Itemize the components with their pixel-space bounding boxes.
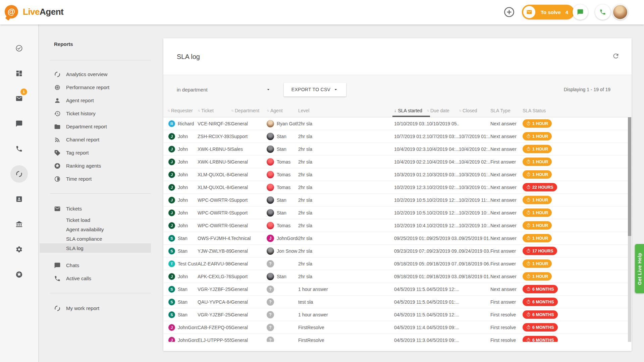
table-row[interactable]: JJohnXWK-LRBNU-588GeneralTomas2hr sla10/… — [163, 156, 632, 168]
contacts-icon — [15, 195, 23, 203]
nav-item-tag-report[interactable]: Tag report — [40, 146, 151, 159]
timer-icon — [526, 147, 531, 151]
requester-cell: JJohnGordo — [167, 324, 198, 331]
requester-name: Stan — [178, 248, 187, 254]
column-header-department[interactable]: ↑↓Department — [231, 104, 267, 117]
nav-item-ticket-history[interactable]: Ticket history — [40, 107, 151, 120]
rail-item-company[interactable] — [10, 216, 28, 233]
chats-button[interactable] — [573, 4, 588, 20]
nav-item-tickets[interactable]: Tickets — [40, 202, 151, 215]
table-row[interactable]: SStanYJW-ZWLYB-895GeneralJon Snow2hr sla… — [163, 245, 632, 257]
table-row[interactable]: JJohnGordoELJ-UTPPP-555General?FirstReso… — [163, 334, 632, 342]
calls-button[interactable] — [595, 4, 610, 20]
table-row[interactable]: JJohnWPC-OWRTR-9...SupportStan2hr sla10/… — [163, 206, 632, 219]
sla-started: 04/5/2019 11:4... — [394, 325, 427, 330]
sla-status-cell: 1 HOUR — [523, 145, 632, 153]
table-row[interactable]: JJohnAPK-CEXLG-764SupportStan2hr sla09/1… — [163, 270, 632, 283]
nav-item-active-calls[interactable]: Active calls — [40, 272, 151, 285]
column-header-sla_started[interactable]: ↓SLA started — [394, 104, 427, 117]
nav-item-ticket-load[interactable]: Ticket load — [40, 215, 151, 225]
nav-item-my-work-report[interactable]: My work report — [40, 302, 151, 315]
column-header-ticket[interactable]: ↑↓Ticket — [198, 104, 231, 117]
nav-item-time-report[interactable]: Time report — [40, 172, 151, 185]
sla-type: Next answer — [490, 197, 523, 203]
to-solve-button[interactable]: To solve 4 — [522, 5, 574, 19]
get-live-help-tab[interactable]: Get Live Help — [635, 244, 644, 293]
due-date: 10/3/2019 03:... — [427, 172, 459, 177]
timer-icon — [526, 223, 531, 228]
nav-item-sla-log[interactable]: SLA log — [40, 243, 151, 253]
sla-status-cell: 6 MONTHS — [523, 285, 632, 293]
agent-name: Ryan Goth — [277, 121, 298, 126]
rail-item-dashboard[interactable] — [10, 65, 28, 82]
table-row[interactable]: RRichardVCE-NIRQF-263GeneralRyan Goth2hr… — [163, 117, 632, 130]
table-row[interactable]: JJohnGordoCAB-FZEPQ-056General?FirstReso… — [163, 321, 632, 334]
requester-avatar: J — [168, 133, 175, 140]
rail-item-customers[interactable] — [10, 190, 28, 208]
nav-item-label: Time report — [66, 176, 92, 182]
agent-cell: Tomas — [267, 184, 298, 191]
table-row[interactable]: JJohnXLM-QUXOL-848GeneralTomas2hr sla10/… — [163, 168, 632, 181]
department: Technical — [231, 236, 267, 241]
requester-avatar: R — [168, 120, 175, 127]
nav-item-chats[interactable]: Chats — [40, 259, 151, 272]
requester-cell: SStan — [167, 235, 198, 242]
table-row[interactable]: SStanVGR-YJZBF-258General?1 hour answer0… — [163, 283, 632, 296]
nav-item-ranking-agents[interactable]: Ranking agents — [40, 159, 151, 172]
table-row[interactable]: TTest CustoALZ-EARVU-980General?2hr sla0… — [163, 257, 632, 270]
analytics-icon — [54, 305, 61, 312]
liveagent-logo[interactable]: @ LiveAgent — [5, 5, 63, 18]
nav-item-performance-report[interactable]: Performance report — [40, 81, 151, 94]
table-row[interactable]: SStanVGR-YJZBF-258General?1 hour answer0… — [163, 308, 632, 321]
vertical-scrollbar-thumb[interactable] — [628, 117, 631, 236]
column-header-closed[interactable]: ↑↓Closed — [459, 104, 490, 117]
refresh-button[interactable] — [612, 52, 620, 60]
nav-item-channel-report[interactable]: Channel report — [40, 133, 151, 146]
requester-cell: JJohnGordo — [167, 337, 198, 342]
add-new-button[interactable] — [503, 6, 515, 18]
sla-status-badge: 6 MONTHS — [523, 298, 558, 306]
column-header-requester[interactable]: ↑↓Requester — [167, 104, 198, 117]
column-header-due_date[interactable]: ↑↓Due date — [427, 104, 459, 117]
nav-item-department-report[interactable]: Department report — [40, 120, 151, 133]
table-row[interactable]: JJohnXWK-LRBNU-588SalesStan2hr sla10/4/2… — [163, 143, 632, 156]
rail-item-upgrade[interactable] — [10, 266, 28, 283]
agent-photo-avatar — [267, 133, 274, 140]
column-header-agent[interactable]: ↑↓Agent — [267, 104, 298, 117]
rail-item-calls[interactable] — [10, 140, 28, 158]
department: General — [231, 312, 267, 317]
mail-icon — [523, 6, 535, 18]
reports-nav-panel: Reports Analytics overviewPerformance re… — [40, 24, 151, 362]
nav-item-sla-compliance[interactable]: SLA compliance — [40, 234, 151, 243]
sla-level: 2hr sla — [298, 159, 394, 165]
nav-item-agent-availability[interactable]: Agent availability — [40, 225, 151, 234]
due-date: 04/5/2019 12:... — [427, 312, 459, 317]
due-date: 09/23/2019 09... — [427, 248, 459, 254]
nav-item-agent-report[interactable]: Agent report — [40, 94, 151, 107]
closed-date: 10/3/2019 01:... — [459, 172, 490, 177]
rail-item-tickets[interactable]: 1 — [10, 90, 28, 107]
export-to-csv-button[interactable]: EXPORT TO CSV — [284, 83, 346, 97]
rail-item-settings[interactable] — [10, 241, 28, 258]
agent-cell: ? — [267, 260, 298, 267]
nav-item-label: Agent availability — [66, 227, 104, 232]
export-label: EXPORT TO CSV — [291, 87, 330, 92]
table-row[interactable]: SStanQAU-YVPCA-847General?test sla04/5/2… — [163, 296, 632, 308]
sla-status-label: 22 HOURS — [532, 185, 553, 190]
rail-item-chats[interactable] — [10, 115, 28, 132]
table-row[interactable]: JJohnWPC-OWRTR-9...GeneralTomas2hr sla10… — [163, 219, 632, 232]
table-row[interactable]: JJohnWPC-OWRTR-9...SupportStan2hr sla10/… — [163, 194, 632, 206]
table-row[interactable]: JJohnZSH-RCIXY-393SupportStan2hr sla10/7… — [163, 130, 632, 143]
table-row[interactable]: JJohnXLM-QUXOL-848GeneralTomas2hr sla10/… — [163, 181, 632, 194]
column-label: SLA started — [398, 108, 422, 113]
sla-status-badge: 1 HOUR — [523, 170, 552, 179]
rail-item-reports[interactable] — [10, 165, 28, 183]
rail-item-tasks[interactable] — [10, 40, 28, 57]
table-row[interactable]: SStanOWS-FVJMH-4...TechnicalJJohnGordon2… — [163, 232, 632, 245]
nav-item-analytics-overview[interactable]: Analytics overview — [40, 68, 151, 81]
user-avatar[interactable] — [612, 4, 628, 20]
department-filter-select[interactable]: in department — [177, 87, 271, 93]
sort-icon: ↑↓ — [459, 109, 461, 112]
due-date: 04/5/2019 09:... — [427, 338, 459, 342]
department: General — [231, 172, 267, 177]
